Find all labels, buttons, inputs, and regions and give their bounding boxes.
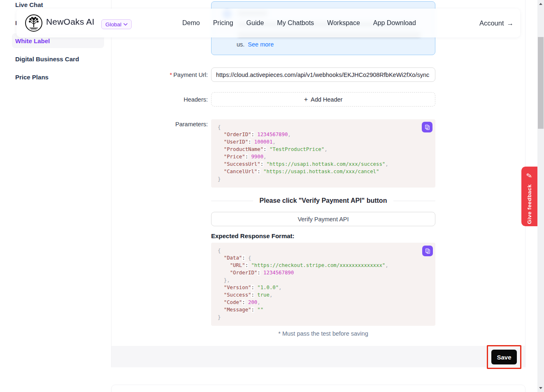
divider-text: Please click "Verify Payment API" button (260, 197, 387, 204)
verify-divider: Please click "Verify Payment API" button (211, 196, 435, 205)
form-footer (112, 346, 525, 367)
expected-response-code-block: { "Data": { "URL": "https://checkout.str… (211, 243, 435, 326)
nav-item-guide[interactable]: Guide (246, 19, 264, 27)
divider-line-right (393, 201, 435, 201)
page: Live Chat I White Label Digital Business… (0, 0, 544, 392)
nav-item-pricing[interactable]: Pricing (213, 19, 233, 27)
add-header-button[interactable]: + Add Header (211, 92, 435, 107)
next-section-card (111, 385, 525, 392)
scrollbar[interactable] (537, 0, 544, 392)
save-button[interactable]: Save (491, 350, 517, 364)
chevron-down-icon (123, 23, 128, 26)
parameters-label: Parameters: (115, 121, 208, 128)
account-label: Account (479, 19, 504, 27)
add-header-label: Add Header (311, 96, 342, 103)
parameters-code-block: { "OrderID": 1234567890, "UserID": 10000… (211, 119, 435, 188)
scroll-up-arrow[interactable] (539, 3, 542, 5)
payment-url-value: https://cloud.activepieces.com/api/v1/we… (216, 72, 429, 78)
payment-url-label: *Payment Url: (115, 72, 208, 78)
sidebar-item-price-plans[interactable]: Price Plans (15, 74, 49, 81)
expected-response-label: Expected Response Format: (211, 232, 295, 239)
alert-text: us.See more (237, 41, 274, 48)
nav-item-app-download[interactable]: App Download (373, 19, 416, 27)
required-asterisk: * (170, 72, 172, 78)
arrow-right-icon: → (507, 19, 514, 27)
sidebar-item-digital-business-card[interactable]: Digital Business Card (15, 56, 79, 63)
nav-item-workspace[interactable]: Workspace (327, 19, 360, 27)
account-link[interactable]: Account → (479, 9, 514, 37)
scrollbar-thumb[interactable] (538, 37, 544, 129)
divider-line-left (211, 201, 253, 201)
alert-tail-text: us. (237, 41, 244, 48)
verify-payment-api-button[interactable]: Verify Payment API (211, 212, 435, 226)
sidebar-item-white-label[interactable]: White Label (15, 37, 50, 44)
must-pass-note: * Must pass the test before saving (211, 330, 435, 337)
nav-item-demo[interactable]: Demo (182, 19, 200, 27)
see-more-link[interactable]: See more (248, 41, 274, 48)
copy-parameters-button[interactable] (422, 122, 432, 132)
region-label: Global (105, 21, 121, 28)
plus-icon: + (304, 96, 308, 103)
sidebar-item-live-chat[interactable]: Live Chat (15, 1, 43, 8)
copy-response-button[interactable] (422, 246, 433, 256)
brand-name: NewOaks AI (46, 17, 95, 27)
copy-icon (424, 124, 430, 130)
pencil-icon: ✎ (526, 171, 533, 181)
scroll-down-arrow[interactable] (539, 387, 542, 389)
payment-url-input[interactable]: https://cloud.activepieces.com/api/v1/we… (211, 67, 435, 82)
top-nav: NewOaks AI Global Demo Pricing Guide My … (16, 9, 520, 37)
nav-links: Demo Pricing Guide My Chatbots Workspace… (182, 9, 416, 37)
newoaks-logo-icon[interactable] (25, 14, 43, 32)
region-selector[interactable]: Global (101, 19, 132, 29)
copy-icon (425, 248, 431, 254)
nav-item-my-chatbots[interactable]: My Chatbots (277, 19, 314, 27)
headers-label: Headers: (115, 96, 208, 103)
give-feedback-label: Give feedback (526, 184, 532, 224)
give-feedback-tab[interactable]: ✎ Give feedback (521, 167, 537, 226)
